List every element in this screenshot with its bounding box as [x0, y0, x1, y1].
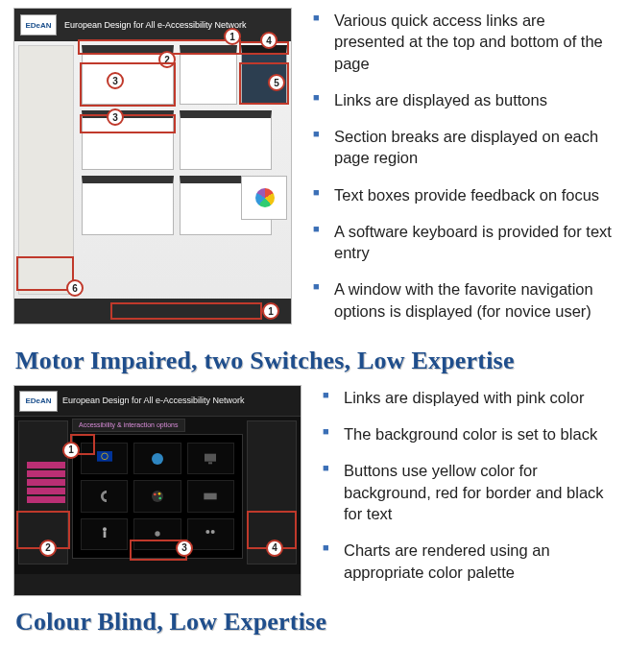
row-colour-blind: European Design for All e-Accessibility …: [13, 385, 614, 598]
svg-point-14: [211, 530, 215, 534]
thumb-light-body: 1 2 3 3 4 5 6: [14, 41, 291, 299]
svg-rect-0: [97, 451, 112, 462]
bullet-item: Links are displayed as buttons: [309, 89, 614, 110]
thumb-dark-title: European Design for All e-Accessibility …: [62, 396, 245, 405]
bullets-top: Various quick access links are presented…: [309, 8, 614, 337]
users-icon: [187, 518, 234, 550]
thumb-dark-col: European Design for All e-Accessibility …: [13, 385, 301, 598]
annotation-callout: 5: [268, 74, 285, 91]
svg-point-2: [152, 453, 163, 465]
accessibility-icon: [81, 518, 128, 550]
svg-point-7: [158, 492, 161, 495]
thumb-dark-tab: Accessibility & interaction options: [72, 419, 185, 432]
edean-logo: EDeAN: [20, 14, 57, 36]
annotation-callout: 4: [260, 32, 277, 49]
bullet-item: A window with the favorite navigation op…: [309, 278, 614, 322]
bullet-item: Links are displayed with pink color: [319, 387, 614, 408]
pie-chart-icon: [255, 188, 275, 207]
annotation-callout: 3: [107, 72, 124, 89]
annotation-box: [80, 62, 176, 107]
bullets-bottom: Links are displayed with pink color The …: [319, 385, 614, 598]
bullet-item: Various quick access links are presented…: [309, 10, 614, 74]
bullet-item: Section breaks are displayed on each pag…: [309, 126, 614, 169]
annotation-box: [78, 39, 241, 55]
screenshot-light-theme: European Design for All e-Accessibility …: [13, 8, 292, 324]
annotation-callout: 3: [107, 108, 124, 126]
svg-point-8: [158, 497, 161, 500]
svg-point-12: [155, 532, 159, 537]
svg-point-10: [103, 528, 107, 532]
thumb-dark-footer: [14, 574, 301, 595]
annotation-box: [80, 114, 176, 133]
globe-icon: [133, 443, 181, 474]
annotation-callout: 4: [266, 540, 283, 557]
annotation-callout: 6: [66, 279, 84, 297]
thumb-dark-pink-links: [27, 460, 65, 508]
bullet-item: Buttons use yellow color for background,…: [319, 460, 614, 524]
thumb-light-col: European Design for All e-Accessibility …: [13, 8, 292, 337]
svg-point-6: [154, 493, 157, 496]
svg-rect-3: [205, 453, 216, 461]
edean-logo: EDeAN: [19, 391, 58, 412]
annotation-box: [16, 256, 74, 291]
screenshot-dark-theme: European Design for All e-Accessibility …: [13, 385, 301, 596]
keyboard-icon: [187, 480, 234, 512]
annotation-callout: 2: [39, 540, 57, 557]
annotation-callout: 1: [62, 442, 80, 459]
heading-motor-impaired: Motor Impaired, two Switches, Low Expert…: [15, 347, 614, 375]
annotation-box: [110, 302, 262, 320]
thumb-light-tile: [82, 176, 174, 235]
svg-point-5: [152, 491, 163, 502]
thumb-light-chart-tile: [241, 176, 287, 220]
row-motor-impaired: European Design for All e-Accessibility …: [13, 8, 614, 337]
monitor-icon: [187, 443, 234, 474]
bullet-item: Text boxes provide feedback on focus: [309, 184, 614, 205]
thumb-light-footer: 1: [14, 299, 291, 324]
palette-icon: [133, 480, 181, 512]
thumb-light-tile: [180, 110, 272, 170]
annotation-callout: 1: [262, 302, 279, 320]
svg-point-13: [206, 530, 210, 534]
svg-rect-9: [205, 493, 217, 500]
svg-rect-4: [208, 462, 212, 464]
thumb-light-title: European Design for All e-Accessibility …: [64, 20, 247, 30]
ear-icon: [81, 480, 128, 512]
bullet-item: The background color is set to black: [319, 423, 614, 444]
bullet-item: Charts are rendered using an appropriate…: [319, 540, 614, 583]
annotation-callout: 3: [176, 540, 193, 557]
svg-rect-11: [103, 532, 106, 539]
heading-colour-blind: Colour Blind, Low Expertise: [15, 608, 614, 636]
bullet-item: A software keyboard is provided for text…: [309, 221, 614, 264]
